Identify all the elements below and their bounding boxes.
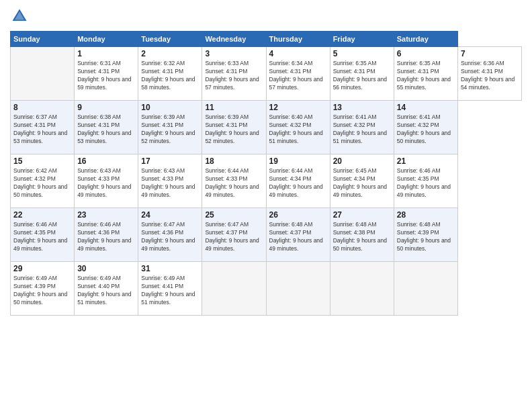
day-info: Sunrise: 6:43 AMSunset: 4:33 PMDaylight:…: [77, 167, 135, 199]
day-info: Sunrise: 6:34 AMSunset: 4:31 PMDaylight:…: [269, 60, 327, 92]
day-number: 13: [333, 103, 391, 112]
day-number: 12: [269, 103, 327, 112]
calendar-cell: 10Sunrise: 6:39 AMSunset: 4:31 PMDayligh…: [138, 101, 202, 154]
calendar-cell: [330, 262, 394, 316]
calendar-cell: 7Sunrise: 6:36 AMSunset: 4:31 PMDaylight…: [457, 47, 521, 101]
logo-icon: [10, 7, 29, 26]
day-header-tuesday: Tuesday: [138, 32, 202, 47]
calendar-cell: [394, 262, 457, 316]
day-number: 9: [77, 103, 135, 112]
day-info: Sunrise: 6:38 AMSunset: 4:31 PMDaylight:…: [77, 113, 135, 146]
day-number: 2: [141, 49, 199, 58]
day-number: 30: [77, 264, 135, 273]
day-info: Sunrise: 6:37 AMSunset: 4:31 PMDaylight:…: [13, 113, 71, 146]
day-info: Sunrise: 6:47 AMSunset: 4:36 PMDaylight:…: [141, 221, 199, 253]
day-number: 5: [333, 49, 391, 58]
day-info: Sunrise: 6:35 AMSunset: 4:31 PMDaylight:…: [333, 60, 391, 92]
calendar-week-5: 29Sunrise: 6:49 AMSunset: 4:39 PMDayligh…: [11, 262, 522, 316]
day-number: 3: [205, 49, 263, 58]
day-info: Sunrise: 6:39 AMSunset: 4:31 PMDaylight:…: [205, 113, 263, 146]
calendar-cell: 15Sunrise: 6:42 AMSunset: 4:32 PMDayligh…: [11, 154, 75, 208]
day-info: Sunrise: 6:49 AMSunset: 4:41 PMDaylight:…: [141, 275, 199, 307]
day-info: Sunrise: 6:46 AMSunset: 4:35 PMDaylight:…: [397, 167, 455, 199]
day-info: Sunrise: 6:41 AMSunset: 4:32 PMDaylight:…: [397, 113, 455, 146]
calendar-cell: 11Sunrise: 6:39 AMSunset: 4:31 PMDayligh…: [202, 101, 266, 154]
day-header-saturday: Saturday: [394, 32, 457, 47]
calendar-header-row: SundayMondayTuesdayWednesdayThursdayFrid…: [11, 32, 522, 47]
day-number: 18: [205, 156, 263, 166]
day-number: 10: [141, 103, 199, 112]
day-number: 8: [13, 103, 71, 112]
header: [10, 7, 522, 26]
calendar-cell: 29Sunrise: 6:49 AMSunset: 4:39 PMDayligh…: [11, 262, 75, 316]
day-number: 14: [397, 103, 455, 112]
day-info: Sunrise: 6:46 AMSunset: 4:36 PMDaylight:…: [77, 221, 135, 253]
day-number: 25: [205, 210, 263, 220]
day-info: Sunrise: 6:43 AMSunset: 4:33 PMDaylight:…: [141, 167, 199, 199]
day-info: Sunrise: 6:49 AMSunset: 4:40 PMDaylight:…: [77, 275, 135, 307]
day-info: Sunrise: 6:48 AMSunset: 4:39 PMDaylight:…: [397, 221, 455, 253]
calendar-body: 1Sunrise: 6:31 AMSunset: 4:31 PMDaylight…: [11, 47, 522, 316]
day-header-monday: Monday: [75, 32, 138, 47]
calendar-cell: 27Sunrise: 6:48 AMSunset: 4:38 PMDayligh…: [330, 208, 394, 262]
day-number: 28: [397, 210, 455, 220]
day-info: Sunrise: 6:35 AMSunset: 4:31 PMDaylight:…: [397, 60, 455, 92]
day-header-thursday: Thursday: [266, 32, 330, 47]
day-number: 1: [77, 49, 135, 58]
day-number: 31: [141, 264, 199, 273]
day-header-wednesday: Wednesday: [202, 32, 266, 47]
day-number: 22: [13, 210, 71, 220]
calendar-cell: 19Sunrise: 6:44 AMSunset: 4:34 PMDayligh…: [266, 154, 330, 208]
day-number: 15: [13, 156, 71, 166]
day-number: 20: [333, 156, 391, 166]
day-info: Sunrise: 6:44 AMSunset: 4:34 PMDaylight:…: [269, 167, 327, 199]
day-info: Sunrise: 6:48 AMSunset: 4:38 PMDaylight:…: [333, 221, 391, 253]
day-number: 4: [269, 49, 327, 58]
calendar-cell: 8Sunrise: 6:37 AMSunset: 4:31 PMDaylight…: [11, 101, 75, 154]
calendar-cell: 25Sunrise: 6:47 AMSunset: 4:37 PMDayligh…: [202, 208, 266, 262]
day-info: Sunrise: 6:47 AMSunset: 4:37 PMDaylight:…: [205, 221, 263, 253]
calendar-cell: 2Sunrise: 6:32 AMSunset: 4:31 PMDaylight…: [138, 47, 202, 101]
calendar-cell: 16Sunrise: 6:43 AMSunset: 4:33 PMDayligh…: [75, 154, 138, 208]
day-info: Sunrise: 6:41 AMSunset: 4:32 PMDaylight:…: [333, 113, 391, 146]
calendar-cell: 6Sunrise: 6:35 AMSunset: 4:31 PMDaylight…: [394, 47, 457, 101]
day-number: 27: [333, 210, 391, 220]
logo: [10, 7, 32, 26]
day-info: Sunrise: 6:40 AMSunset: 4:32 PMDaylight:…: [269, 113, 327, 146]
day-number: 23: [77, 210, 135, 220]
calendar-cell: [266, 262, 330, 316]
calendar-week-3: 15Sunrise: 6:42 AMSunset: 4:32 PMDayligh…: [11, 154, 522, 208]
day-number: 16: [77, 156, 135, 166]
calendar-cell: 23Sunrise: 6:46 AMSunset: 4:36 PMDayligh…: [75, 208, 138, 262]
calendar-cell: 3Sunrise: 6:33 AMSunset: 4:31 PMDaylight…: [202, 47, 266, 101]
calendar-cell: 14Sunrise: 6:41 AMSunset: 4:32 PMDayligh…: [394, 101, 457, 154]
calendar-cell: 24Sunrise: 6:47 AMSunset: 4:36 PMDayligh…: [138, 208, 202, 262]
calendar-week-4: 22Sunrise: 6:46 AMSunset: 4:35 PMDayligh…: [11, 208, 522, 262]
day-info: Sunrise: 6:39 AMSunset: 4:31 PMDaylight:…: [141, 113, 199, 146]
day-number: 26: [269, 210, 327, 220]
day-info: Sunrise: 6:33 AMSunset: 4:31 PMDaylight:…: [205, 60, 263, 92]
day-info: Sunrise: 6:45 AMSunset: 4:34 PMDaylight:…: [333, 167, 391, 199]
day-header-friday: Friday: [330, 32, 394, 47]
day-info: Sunrise: 6:49 AMSunset: 4:39 PMDaylight:…: [13, 275, 71, 307]
calendar-cell: 17Sunrise: 6:43 AMSunset: 4:33 PMDayligh…: [138, 154, 202, 208]
day-header-sunday: Sunday: [11, 32, 75, 47]
day-info: Sunrise: 6:36 AMSunset: 4:31 PMDaylight:…: [461, 60, 519, 92]
calendar-cell: 26Sunrise: 6:48 AMSunset: 4:37 PMDayligh…: [266, 208, 330, 262]
day-number: 21: [397, 156, 455, 166]
calendar-cell: 5Sunrise: 6:35 AMSunset: 4:31 PMDaylight…: [330, 47, 394, 101]
day-number: 6: [397, 49, 455, 58]
day-number: 19: [269, 156, 327, 166]
calendar-cell: 28Sunrise: 6:48 AMSunset: 4:39 PMDayligh…: [394, 208, 457, 262]
calendar-week-2: 8Sunrise: 6:37 AMSunset: 4:31 PMDaylight…: [11, 101, 522, 154]
calendar-cell: 12Sunrise: 6:40 AMSunset: 4:32 PMDayligh…: [266, 101, 330, 154]
calendar-cell: 1Sunrise: 6:31 AMSunset: 4:31 PMDaylight…: [75, 47, 138, 101]
calendar-cell: 22Sunrise: 6:46 AMSunset: 4:35 PMDayligh…: [11, 208, 75, 262]
calendar-cell: 30Sunrise: 6:49 AMSunset: 4:40 PMDayligh…: [75, 262, 138, 316]
calendar-cell: [202, 262, 266, 316]
day-info: Sunrise: 6:31 AMSunset: 4:31 PMDaylight:…: [77, 60, 135, 92]
day-number: 17: [141, 156, 199, 166]
calendar-cell: 18Sunrise: 6:44 AMSunset: 4:33 PMDayligh…: [202, 154, 266, 208]
day-info: Sunrise: 6:42 AMSunset: 4:32 PMDaylight:…: [13, 167, 71, 199]
calendar-cell: 4Sunrise: 6:34 AMSunset: 4:31 PMDaylight…: [266, 47, 330, 101]
